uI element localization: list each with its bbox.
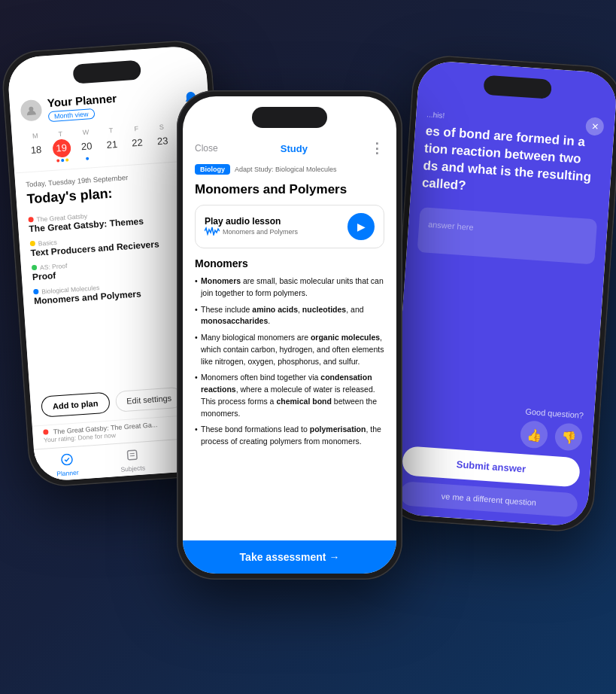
submit-answer-button[interactable]: Submit answer [402, 446, 581, 487]
nav-label-subjects: Subjects [120, 464, 145, 473]
right-phone-screen: ✕ ...his! es of bond are formed in ation… [388, 60, 616, 528]
study-screen: Close Study ⋮ Biology Adapt Study: Biolo… [183, 96, 396, 574]
adapt-study-label: Adapt Study: Biological Molecules [235, 166, 337, 173]
cal-num: 23 [153, 131, 172, 151]
bullet-3: Many biological monomers are organic mol… [195, 332, 384, 367]
cal-dot-yellow [65, 158, 68, 161]
thumbs-up-button[interactable]: 👍 [520, 420, 548, 449]
cal-day-fri[interactable]: F 22 [127, 124, 147, 159]
close-button[interactable]: Close [195, 143, 218, 154]
cal-letter: T [108, 126, 113, 134]
study-heading: Monomers and Polymers [183, 179, 396, 205]
cal-day-tue[interactable]: T 19 [51, 129, 71, 164]
planner-nav-icon [60, 453, 73, 468]
cal-dot-blue [61, 158, 64, 161]
cal-letter: F [134, 124, 138, 132]
cal-day-wed[interactable]: W 20 [77, 127, 97, 162]
quiz-answer-placeholder: answer here [428, 220, 474, 232]
quiz-question-area: ...his! es of bond are formed in ation r… [411, 99, 616, 212]
quiz-screen: ✕ ...his! es of bond are formed in ation… [388, 60, 616, 528]
audio-sublabel: Monomers and Polymers [205, 227, 298, 237]
cal-num: 20 [77, 136, 96, 156]
dot-yellow [30, 241, 35, 246]
play-button[interactable]: ▶ [347, 213, 375, 240]
right-phone: ✕ ...his! es of bond are formed in ation… [382, 53, 616, 534]
cal-num: 22 [128, 133, 147, 153]
study-tags: Biology Adapt Study: Biological Molecule… [183, 163, 396, 179]
cal-day-sat[interactable]: S 23 [152, 122, 172, 157]
planner-title: Your Planner [47, 93, 117, 110]
thumbs-down-button[interactable]: 👎 [554, 422, 583, 451]
audio-label: Play audio lesson [205, 216, 298, 227]
audio-card[interactable]: Play audio lesson Monomers and Polymers … [195, 205, 384, 248]
bullet-5: These bond formations lead to polymerisa… [195, 424, 384, 448]
planner-title-area: Your Planner Month view [47, 93, 117, 122]
svg-rect-3 [127, 450, 137, 460]
waveform-icon [205, 227, 220, 237]
cal-letter: W [82, 128, 89, 136]
cal-letter: S [159, 123, 164, 130]
add-to-plan-button[interactable]: Add to plan [41, 392, 110, 418]
cal-dot-blue [86, 157, 89, 160]
bullet-2: These include amino acids, nucleotides, … [195, 304, 384, 328]
nav-item-subjects[interactable]: Subjects [120, 448, 146, 473]
mid-phone-screen: Close Study ⋮ Biology Adapt Study: Biolo… [183, 96, 396, 574]
take-assessment-button[interactable]: Take assessment → [183, 540, 396, 574]
subjects-nav-icon [126, 449, 138, 464]
study-topbar: Close Study ⋮ [183, 135, 396, 163]
cal-day-thu[interactable]: T 21 [102, 126, 122, 160]
cal-num-active: 19 [52, 138, 71, 158]
quiz-answer-box[interactable]: answer here [417, 207, 598, 264]
cal-dot-red [56, 159, 59, 162]
quiz-feedback-area: Good question? 👍 👎 [404, 398, 584, 451]
quiz-question: es of bond are formed in ation reaction … [421, 123, 603, 204]
cal-letter: M [32, 132, 38, 139]
biology-tag: Biology [195, 164, 230, 175]
bullet-1: Monomers are small, basic molecular unit… [195, 275, 384, 300]
dot-red [28, 217, 33, 222]
cal-dots [86, 157, 89, 161]
section-title: Monomers [195, 257, 384, 269]
cal-num: 18 [26, 140, 46, 160]
more-options-button[interactable]: ⋮ [370, 140, 384, 157]
dot-blue [33, 289, 38, 294]
nav-item-planner[interactable]: Planner [55, 453, 78, 478]
cal-dots [56, 158, 68, 163]
dot-green [32, 265, 37, 270]
month-view-badge[interactable]: Month view [48, 108, 95, 121]
nav-label-planner: Planner [56, 469, 79, 478]
audio-sublabel-text: Monomers and Polymers [223, 228, 298, 236]
cal-letter: T [58, 129, 62, 137]
study-content: Monomers Monomers are small, basic molec… [183, 257, 396, 530]
mid-phone: Close Study ⋮ Biology Adapt Study: Biolo… [177, 90, 402, 580]
dot-red [43, 429, 48, 434]
bullet-4: Monomers often bind together via condens… [195, 372, 384, 419]
planner-header-left: Your Planner Month view [20, 93, 117, 123]
study-tab[interactable]: Study [281, 143, 308, 154]
avatar [20, 99, 43, 122]
cal-num: 21 [102, 135, 122, 154]
cal-day-mon[interactable]: M 18 [26, 131, 46, 166]
different-question-button[interactable]: ve me a different question [399, 481, 578, 517]
audio-card-left: Play audio lesson Monomers and Polymers [205, 216, 298, 237]
mid-phone-notch [252, 107, 327, 128]
edit-settings-button[interactable]: Edit settings [114, 387, 184, 412]
